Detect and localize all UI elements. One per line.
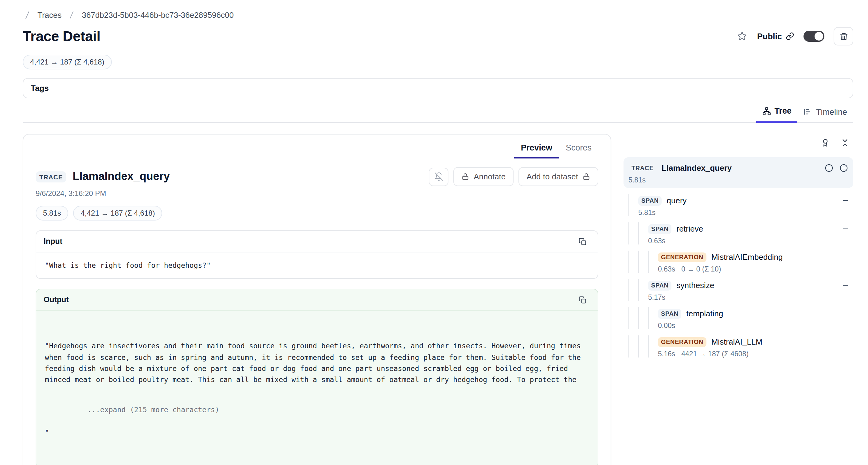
observation-latency: 5.81s	[628, 176, 646, 184]
annotate-button[interactable]: Annotate	[453, 167, 514, 186]
tree-indent-guides	[628, 222, 648, 245]
trash-icon	[839, 32, 848, 41]
collapse-node-icon[interactable]	[842, 281, 849, 289]
tree-indent-guides	[628, 279, 648, 301]
tree-node[interactable]: GENERATION MistralAI_LLM 5.16s 4421 → 18…	[623, 335, 853, 358]
delete-trace-button[interactable]	[834, 27, 853, 45]
tags-section[interactable]: Tags	[23, 78, 853, 98]
expand-collapse-controls	[825, 163, 848, 173]
lock-icon	[461, 173, 469, 181]
tree-icon	[762, 106, 771, 115]
public-link[interactable]: Public	[757, 32, 794, 41]
trace-detail-page: Traces 367db23d-5b03-446b-bc73-36e289596…	[0, 0, 868, 465]
tab-timeline-label: Timeline	[816, 107, 847, 116]
tab-tree-label: Tree	[774, 106, 792, 116]
link-icon	[786, 32, 794, 40]
trace-usage-badge: 4,421 → 187 (Σ 4,618)	[73, 206, 162, 220]
tab-tree[interactable]: Tree	[756, 101, 798, 123]
tree-node[interactable]: TRACE LlamaIndex_query 5.81s	[623, 157, 853, 188]
observation-type-badge: SPAN	[638, 196, 662, 206]
observation-name: MistralAI_LLM	[711, 337, 762, 346]
observation-name: MistralAIEmbedding	[711, 252, 783, 262]
observation-type-badge: SPAN	[648, 280, 672, 290]
copy-icon[interactable]	[575, 293, 590, 306]
notifications-button[interactable]	[429, 167, 448, 186]
trace-type-badge: TRACE	[36, 171, 67, 182]
usage-badge: 4,421 → 187 (Σ 4,618)	[23, 55, 112, 69]
tree-indent-guides	[628, 194, 638, 216]
add-to-dataset-button[interactable]: Add to dataset	[519, 167, 598, 186]
input-content: "What is the right food for hedgehogs?"	[36, 252, 598, 278]
output-content: "Hedgehogs are insectivores and their ma…	[36, 311, 598, 465]
page-title: Trace Detail	[23, 28, 100, 44]
observation-name: LlamaIndex_query	[661, 163, 732, 173]
preview-tabs: Preview Scores	[36, 137, 598, 158]
preview-card: Preview Scores TRACE LlamaIndex_query	[23, 134, 611, 465]
breadcrumb-traces-link[interactable]: Traces	[37, 10, 62, 19]
output-closing-quote: "	[45, 427, 589, 438]
collapse-all-icon[interactable]	[836, 134, 853, 151]
lock-icon	[582, 173, 590, 181]
tree-node[interactable]: SPAN retrieve 0.63s	[623, 222, 853, 245]
bell-off-icon	[434, 172, 443, 181]
observation-latency: 5.81s	[638, 209, 655, 216]
breadcrumb-trace-id[interactable]: 367db23d-5b03-446b-bc73-36e289596c00	[82, 10, 234, 19]
trace-tree: TRACE LlamaIndex_query 5.81s	[623, 157, 853, 358]
observation-latency: 0.00s	[658, 322, 675, 329]
award-icon[interactable]	[816, 134, 834, 151]
tree-indent-guides	[628, 251, 658, 273]
public-label: Public	[757, 32, 782, 41]
expand-all-icon[interactable]	[825, 163, 834, 173]
tree-indent-guides	[628, 335, 658, 358]
slash-icon	[67, 10, 76, 19]
tree-indent-guides	[628, 307, 658, 329]
tree-node[interactable]: SPAN synthesize 5.17s	[623, 279, 853, 301]
view-tabs: Tree Timeline	[23, 101, 853, 123]
collapse-node-icon[interactable]	[842, 196, 849, 205]
observation-latency: 0.63s	[648, 237, 665, 245]
trace-name: LlamaIndex_query	[73, 170, 170, 183]
output-text: "Hedgehogs are insectivores and their ma…	[45, 341, 589, 385]
observation-type-badge: SPAN	[648, 224, 672, 234]
toggle-knob	[814, 32, 823, 40]
annotate-label: Annotate	[474, 172, 505, 181]
collapse-node-icon[interactable]	[842, 225, 849, 233]
input-section: Input "What is the right food for hedgeh…	[36, 230, 598, 279]
observation-latency: 5.16s	[658, 350, 675, 358]
tags-label: Tags	[31, 84, 49, 93]
observation-name: retrieve	[677, 224, 703, 234]
observation-tokens: 0 → 0 (Σ 10)	[681, 266, 721, 273]
tree-node[interactable]: GENERATION MistralAIEmbedding 0.63s 0 → …	[623, 251, 853, 273]
latency-badge: 5.81s	[36, 206, 68, 220]
tree-node[interactable]: SPAN templating 0.00s	[623, 307, 853, 329]
observation-type-badge: SPAN	[658, 309, 682, 318]
output-section: Output "Hedgehogs are insectivores and t…	[36, 289, 598, 465]
public-toggle[interactable]	[804, 31, 825, 42]
trace-timestamp: 9/6/2024, 3:16:20 PM	[36, 189, 598, 198]
observation-type-badge: GENERATION	[658, 252, 707, 262]
copy-icon[interactable]	[575, 235, 590, 248]
add-to-dataset-label: Add to dataset	[526, 172, 578, 181]
output-label: Output	[43, 296, 69, 304]
observation-type-badge: TRACE	[628, 163, 657, 173]
input-label: Input	[43, 237, 62, 246]
observation-name: query	[667, 196, 687, 205]
collapse-all-circle-icon[interactable]	[839, 163, 848, 173]
star-icon[interactable]	[737, 31, 748, 42]
slash-icon	[23, 10, 32, 19]
observation-latency: 5.17s	[648, 293, 665, 301]
observation-type-badge: GENERATION	[658, 337, 707, 347]
observation-latency: 0.63s	[658, 266, 675, 273]
tab-preview[interactable]: Preview	[514, 137, 559, 158]
breadcrumb: Traces 367db23d-5b03-446b-bc73-36e289596…	[23, 9, 853, 21]
observation-tokens: 4421 → 187 (Σ 4608)	[681, 350, 748, 358]
expand-output-link[interactable]: ...expand (215 more characters)	[88, 404, 219, 415]
observation-name: templating	[686, 309, 723, 318]
tab-timeline[interactable]: Timeline	[798, 101, 853, 123]
tree-node[interactable]: SPAN query 5.81s	[623, 194, 853, 216]
observation-name: synthesize	[677, 281, 714, 290]
timeline-icon	[804, 107, 812, 116]
trace-tree-panel: TRACE LlamaIndex_query 5.81s	[623, 134, 853, 364]
tab-scores[interactable]: Scores	[559, 137, 598, 158]
